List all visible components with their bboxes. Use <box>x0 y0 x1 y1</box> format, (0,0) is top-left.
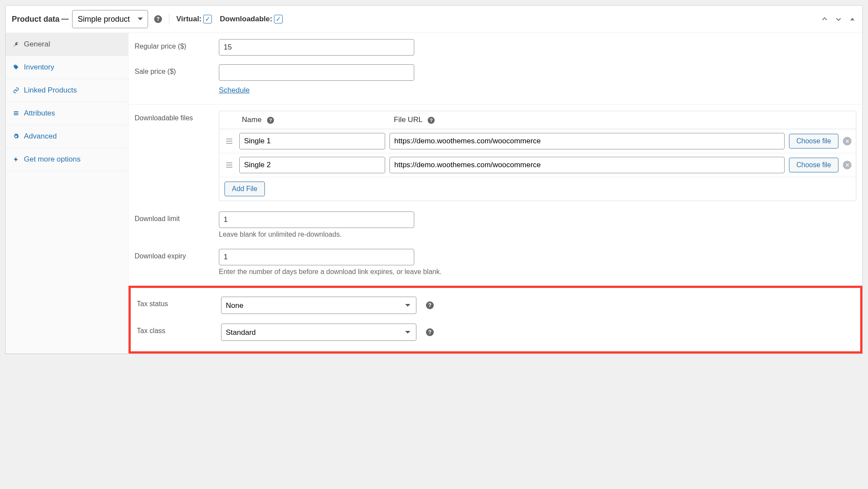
tax-class-label: Tax class <box>137 324 221 335</box>
col-url-header: File URL ? <box>394 116 851 124</box>
drag-handle-icon[interactable] <box>224 162 235 168</box>
tax-status-label: Tax status <box>137 297 221 308</box>
tab-inventory[interactable]: Inventory <box>6 56 128 79</box>
downloadable-label: Downloadable: <box>220 15 272 23</box>
download-url-input[interactable] <box>389 157 785 173</box>
downloads-label: Downloadable files <box>135 111 219 122</box>
title-dash: — <box>61 15 69 23</box>
bolt-icon <box>13 156 20 162</box>
tab-label: Get more options <box>24 155 80 164</box>
col-name-header: Name ? <box>242 116 394 124</box>
tax-section-highlighted: Tax status None ? Tax class <box>129 286 862 354</box>
download-expiry-input[interactable] <box>219 249 414 265</box>
tab-attributes[interactable]: Attributes <box>6 102 128 125</box>
help-icon[interactable]: ? <box>426 328 434 336</box>
schedule-link[interactable]: Schedule <box>219 86 250 95</box>
virtual-label: Virtual: <box>176 15 201 23</box>
choose-file-button[interactable]: Choose file <box>789 158 838 172</box>
pricing-section: Regular price ($) Sale price ($) Schedul… <box>129 33 862 105</box>
tab-advanced[interactable]: Advanced <box>6 125 128 148</box>
help-icon[interactable]: ? <box>426 301 434 309</box>
wrench-icon <box>13 41 20 47</box>
svg-rect-1 <box>14 113 19 114</box>
collapse-icon[interactable] <box>847 13 858 25</box>
panel-title: Product data <box>12 15 59 24</box>
choose-file-button[interactable]: Choose file <box>789 134 838 149</box>
tab-linked[interactable]: Linked Products <box>6 79 128 102</box>
tab-general[interactable]: General <box>6 33 128 56</box>
sale-price-label: Sale price ($) <box>135 64 219 76</box>
add-file-button[interactable]: Add File <box>224 182 265 196</box>
product-data-panel: Product data — Simple product ? Virtual:… <box>5 5 863 354</box>
content: Regular price ($) Sale price ($) Schedul… <box>129 33 862 354</box>
download-row: Choose file ✕ <box>219 153 856 177</box>
product-type-select[interactable]: Simple product <box>72 10 148 28</box>
tab-label: Attributes <box>24 109 55 118</box>
gear-icon <box>13 133 20 139</box>
help-icon[interactable]: ? <box>267 117 274 124</box>
list-icon <box>13 110 20 116</box>
delete-icon[interactable]: ✕ <box>843 161 851 169</box>
svg-rect-2 <box>14 114 19 115</box>
regular-price-label: Regular price ($) <box>135 39 219 50</box>
drag-handle-icon[interactable] <box>224 139 235 144</box>
tab-get-more[interactable]: Get more options <box>6 148 128 171</box>
help-icon[interactable]: ? <box>428 117 435 124</box>
panel-header: Product data — Simple product ? Virtual:… <box>6 6 862 33</box>
tab-label: Advanced <box>24 132 57 141</box>
link-icon <box>13 87 20 93</box>
regular-price-input[interactable] <box>219 39 414 56</box>
tax-class-select[interactable]: Standard <box>221 324 416 341</box>
downloadable-checkbox[interactable]: ✓ <box>274 15 283 23</box>
download-row: Choose file ✕ <box>219 129 856 153</box>
move-down-icon[interactable] <box>833 13 844 25</box>
download-limit-label: Download limit <box>135 211 219 223</box>
downloads-section: Downloadable files Name ? File URL ? <box>129 105 862 286</box>
divider <box>169 13 169 25</box>
sale-price-input[interactable] <box>219 64 414 81</box>
virtual-checkbox[interactable]: ✓ <box>203 15 212 23</box>
download-name-input[interactable] <box>239 133 385 149</box>
download-expiry-desc: Enter the number of days before a downlo… <box>219 268 856 276</box>
help-icon[interactable]: ? <box>154 15 162 23</box>
delete-icon[interactable]: ✕ <box>843 137 851 145</box>
tab-label: General <box>24 40 50 49</box>
move-up-icon[interactable] <box>819 13 830 25</box>
tab-label: Linked Products <box>24 86 77 95</box>
svg-rect-0 <box>14 111 19 112</box>
download-limit-input[interactable] <box>219 211 414 228</box>
download-name-input[interactable] <box>239 157 385 173</box>
download-url-input[interactable] <box>389 133 785 149</box>
tabs: General Inventory Linked Products Attrib… <box>6 33 129 354</box>
downloads-table: Name ? File URL ? <box>219 111 856 201</box>
tax-status-select[interactable]: None <box>221 297 416 314</box>
download-expiry-label: Download expiry <box>135 249 219 260</box>
tag-icon <box>13 64 20 70</box>
download-limit-desc: Leave blank for unlimited re-downloads. <box>219 231 856 238</box>
tab-label: Inventory <box>24 63 54 72</box>
